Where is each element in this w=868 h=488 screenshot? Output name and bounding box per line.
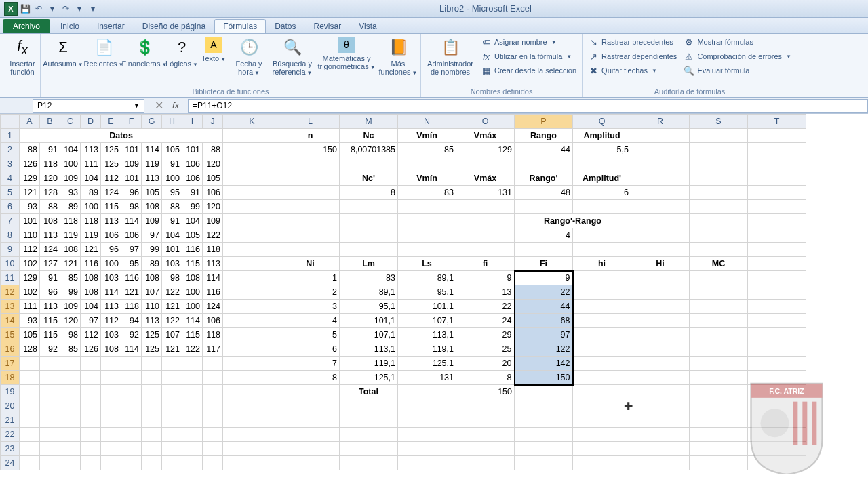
- cell-O21[interactable]: [456, 413, 515, 428]
- cell-F2[interactable]: 101: [121, 143, 142, 157]
- cell-A3[interactable]: 126: [20, 157, 40, 171]
- cell-F6[interactable]: 98: [121, 200, 142, 214]
- save-icon[interactable]: 💾: [19, 3, 31, 15]
- col-header-I[interactable]: I: [182, 115, 203, 129]
- row-header-17[interactable]: 17: [1, 357, 20, 371]
- cell-R13[interactable]: [631, 300, 690, 314]
- cell-G8[interactable]: 97: [142, 228, 162, 243]
- cell-O20[interactable]: [456, 399, 515, 413]
- cell-K20[interactable]: [223, 399, 281, 413]
- cell-B4[interactable]: 120: [40, 171, 60, 186]
- cell-G17[interactable]: [142, 357, 162, 371]
- math-button[interactable]: θMatemáticas ytrigonométricas▼: [316, 35, 377, 72]
- cell-E24[interactable]: [101, 456, 121, 470]
- show-formulas-button[interactable]: ⚙Mostrar fórmulas: [681, 35, 794, 49]
- cell-H9[interactable]: 101: [162, 243, 182, 257]
- cell-P3[interactable]: [515, 157, 573, 171]
- cell-M13[interactable]: 95,1: [340, 300, 398, 314]
- cell-E14[interactable]: 112: [101, 314, 121, 328]
- select-all-corner[interactable]: [1, 115, 20, 129]
- cell-I9[interactable]: 116: [182, 243, 203, 257]
- cell-K4[interactable]: [223, 171, 281, 186]
- cell-G24[interactable]: [142, 456, 162, 470]
- cell-R6[interactable]: [631, 200, 690, 214]
- cell-R22[interactable]: [631, 428, 690, 442]
- cell-N3[interactable]: [398, 157, 456, 171]
- cell-B11[interactable]: 91: [40, 271, 60, 285]
- cell-L22[interactable]: [281, 428, 340, 442]
- cell-H19[interactable]: [162, 385, 182, 399]
- cell-J6[interactable]: 120: [203, 200, 223, 214]
- cell-G20[interactable]: [142, 399, 162, 413]
- cell-L3[interactable]: [281, 157, 340, 171]
- cell-G10[interactable]: 89: [142, 257, 162, 271]
- cell-G21[interactable]: [142, 413, 162, 428]
- cell-R18[interactable]: [631, 371, 690, 385]
- col-header-T[interactable]: T: [748, 115, 806, 129]
- cell-L18[interactable]: 8: [281, 371, 340, 385]
- cell-I3[interactable]: 106: [182, 157, 203, 171]
- cell-I22[interactable]: [182, 428, 203, 442]
- cell-T14[interactable]: [748, 314, 806, 328]
- cell-O16[interactable]: 25: [456, 342, 515, 357]
- cell-O13[interactable]: 22: [456, 300, 515, 314]
- cell-K8[interactable]: [223, 228, 281, 243]
- cell-R12[interactable]: [631, 285, 690, 300]
- cell-C5[interactable]: 93: [60, 186, 81, 200]
- cell-T16[interactable]: [748, 342, 806, 357]
- cell-C6[interactable]: 89: [60, 200, 81, 214]
- cell-T11[interactable]: [748, 271, 806, 285]
- cell-G22[interactable]: [142, 428, 162, 442]
- cell-F16[interactable]: 114: [121, 342, 142, 357]
- cell-M16[interactable]: 113,1: [340, 342, 398, 357]
- cell-N15[interactable]: 113,1: [398, 328, 456, 342]
- cell-R19[interactable]: [631, 385, 690, 399]
- cell-T24[interactable]: [748, 456, 806, 470]
- cell-L2[interactable]: 150: [281, 143, 340, 157]
- cell-E21[interactable]: [101, 413, 121, 428]
- row-header-16[interactable]: 16: [1, 342, 20, 357]
- cell-N18[interactable]: 131: [398, 371, 456, 385]
- cell-E10[interactable]: 100: [101, 257, 121, 271]
- cell-D19[interactable]: [81, 385, 101, 399]
- cell-F13[interactable]: 118: [121, 300, 142, 314]
- cell-P14[interactable]: 68: [515, 314, 573, 328]
- row-header-1[interactable]: 1: [1, 129, 20, 143]
- cell-H12[interactable]: 122: [162, 285, 182, 300]
- cell-D8[interactable]: 119: [81, 228, 101, 243]
- col-header-K[interactable]: K: [223, 115, 281, 129]
- cell-P1[interactable]: Rango: [515, 129, 573, 143]
- cell-R8[interactable]: [631, 228, 690, 243]
- cell-S6[interactable]: [690, 200, 748, 214]
- cell-O3[interactable]: [456, 157, 515, 171]
- cell-G23[interactable]: [142, 442, 162, 456]
- cell-T12[interactable]: [748, 285, 806, 300]
- cell-F23[interactable]: [121, 442, 142, 456]
- cell-Q24[interactable]: [573, 456, 631, 470]
- cell-F4[interactable]: 101: [121, 171, 142, 186]
- cell-I6[interactable]: 99: [182, 200, 203, 214]
- cell-B20[interactable]: [40, 399, 60, 413]
- cell-M2[interactable]: 8,00701385: [340, 143, 398, 157]
- cell-G11[interactable]: 108: [142, 271, 162, 285]
- cell-M14[interactable]: 101,1: [340, 314, 398, 328]
- cell-A22[interactable]: [20, 428, 40, 442]
- cell-P22[interactable]: [515, 428, 573, 442]
- cell-Q14[interactable]: [573, 314, 631, 328]
- cell-N23[interactable]: [398, 442, 456, 456]
- cell-N24[interactable]: [398, 456, 456, 470]
- cell-K24[interactable]: [223, 456, 281, 470]
- cell-R5[interactable]: [631, 186, 690, 200]
- cell-D21[interactable]: [81, 413, 101, 428]
- text-button[interactable]: ATexto▼: [199, 35, 228, 64]
- cell-R21[interactable]: [631, 413, 690, 428]
- cell-G9[interactable]: 99: [142, 243, 162, 257]
- tab-formulas[interactable]: Fórmulas: [214, 19, 266, 33]
- cell-E8[interactable]: 106: [101, 228, 121, 243]
- col-header-A[interactable]: A: [20, 115, 40, 129]
- cell-R11[interactable]: [631, 271, 690, 285]
- cell-A2[interactable]: 88: [20, 143, 40, 157]
- remove-arrows-button[interactable]: ✖Quitar flechas▼: [585, 64, 679, 77]
- cell-N6[interactable]: [398, 200, 456, 214]
- cell-T2[interactable]: [748, 143, 806, 157]
